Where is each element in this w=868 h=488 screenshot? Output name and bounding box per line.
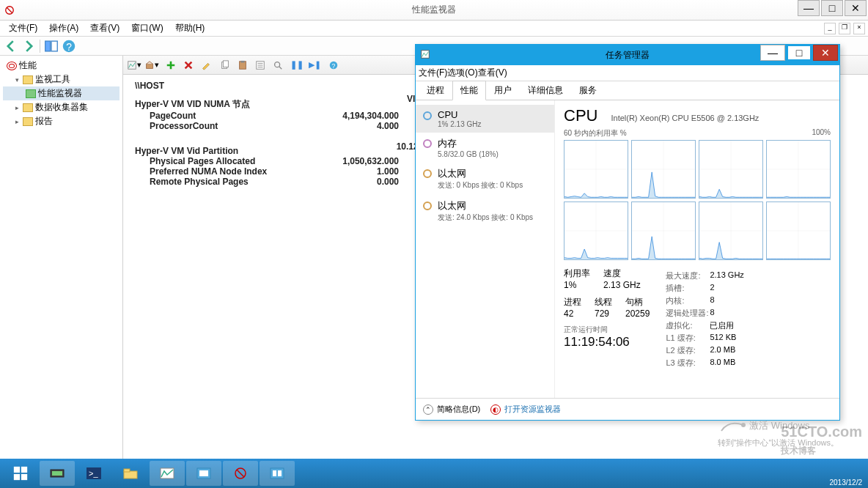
tree-monitor-tools[interactable]: ▾监视工具 <box>3 73 119 86</box>
start-button[interactable] <box>3 461 38 486</box>
minimize-button[interactable]: — <box>798 0 820 16</box>
taskbar-mmc[interactable] <box>260 461 295 486</box>
tree-panel: 性能 ▾监视工具 性能监视器 ▸数据收集器集 ▸报告 <box>0 56 123 459</box>
tm-close-button[interactable]: ✕ <box>813 45 838 61</box>
resmon-icon: ◐ <box>490 404 501 415</box>
counter-dropdown-button[interactable]: ▾ <box>144 57 160 73</box>
update-button[interactable]: ▶❚ <box>306 57 323 73</box>
util-label: 利用率 <box>564 267 590 280</box>
physpages-value: 1,050,632.000 <box>311 156 399 166</box>
proccount-value: 4.000 <box>311 121 399 131</box>
menu-action[interactable]: 操作(A) <box>43 21 84 36</box>
menu-file[interactable]: 文件(F) <box>3 21 43 36</box>
tm-maximize-button[interactable]: □ <box>787 45 812 61</box>
cpu-chart-6[interactable] <box>699 202 763 260</box>
tab-performance[interactable]: 性能 <box>452 81 486 100</box>
taskbar-perfmon[interactable] <box>223 461 258 486</box>
svg-line-60 <box>237 470 244 477</box>
svg-rect-63 <box>278 470 282 476</box>
perf-icon <box>7 62 17 70</box>
zoom-button[interactable] <box>270 57 286 73</box>
cpu-ring-icon <box>423 111 432 120</box>
menu-view[interactable]: 查看(V) <box>84 21 125 36</box>
mdi-minimize-icon[interactable]: _ <box>824 23 836 34</box>
tm-menu-file[interactable]: 文件(F) <box>419 67 447 79</box>
remove-counter-button[interactable] <box>180 57 196 73</box>
tm-bottom-bar: ⌃简略信息(D) ◐打开资源监视器 <box>416 398 839 420</box>
sidebar-item-memory[interactable]: 内存5.8/32.0 GB (18%) <box>416 133 554 163</box>
chart-head-left: 60 秒内的利用率 % <box>564 128 627 138</box>
svg-rect-55 <box>124 469 130 472</box>
cpu-chart-3[interactable] <box>766 140 831 199</box>
group2-label: Hyper-V VM Vid Partition <box>135 146 238 156</box>
tm-menu-view[interactable]: 查看(V) <box>478 67 507 79</box>
tm-title: 任务管理器 <box>606 49 650 62</box>
maximize-button[interactable]: □ <box>821 0 843 16</box>
handles-value: 20259 <box>625 308 650 319</box>
help-button[interactable]: ? <box>326 57 342 73</box>
properties-button[interactable] <box>252 57 268 73</box>
group1-label: Hyper-V VM VID NUMA 节点 <box>135 98 250 111</box>
taskbar-task-manager[interactable] <box>150 461 185 486</box>
paste-button[interactable] <box>235 57 251 73</box>
physpages-label: Physical Pages Allocated <box>135 156 311 166</box>
tm-minimize-button[interactable]: — <box>760 45 785 61</box>
view-chart-button[interactable]: ▾ <box>126 57 142 73</box>
taskbar-hyperv[interactable] <box>186 461 221 486</box>
copy-button[interactable] <box>217 57 233 73</box>
cpu-chart-0[interactable] <box>564 140 628 199</box>
tree-data-collectors[interactable]: ▸数据收集器集 <box>3 100 119 114</box>
tree-perf-monitor[interactable]: 性能监视器 <box>3 86 119 100</box>
mdi-close-icon[interactable]: × <box>853 23 865 34</box>
show-hide-tree-button[interactable] <box>43 38 59 54</box>
tree-root[interactable]: 性能 <box>3 59 119 73</box>
cpu-chart-1[interactable] <box>631 140 696 199</box>
close-button[interactable]: ✕ <box>845 0 867 16</box>
cpu-chart-5[interactable] <box>631 202 696 260</box>
tree-reports[interactable]: ▸报告 <box>3 114 119 128</box>
cpu-chart-2[interactable] <box>699 140 763 199</box>
sidebar-item-ethernet-1[interactable]: 以太网发送: 0 Kbps 接收: 0 Kbps <box>416 163 554 195</box>
main-window-controls: — □ ✕ <box>796 0 867 16</box>
tm-titlebar[interactable]: 任务管理器 — □ ✕ <box>416 45 839 65</box>
uptime-value: 11:19:54:06 <box>564 335 650 350</box>
proc-value: 42 <box>564 308 581 319</box>
numaidx-value: 1.000 <box>311 166 399 177</box>
tab-users[interactable]: 用户 <box>486 81 520 100</box>
menu-help[interactable]: 帮助(H) <box>169 21 211 36</box>
mdi-restore-icon[interactable]: ❐ <box>839 23 850 34</box>
svg-rect-49 <box>21 474 27 480</box>
help-button[interactable]: ? <box>61 38 77 54</box>
taskbar-server-manager[interactable] <box>40 461 75 486</box>
freeze-button[interactable]: ❚❚ <box>289 57 305 73</box>
sidebar-item-ethernet-2[interactable]: 以太网发送: 24.0 Kbps 接收: 0 Kbps <box>416 195 554 227</box>
monitor-icon <box>26 89 36 98</box>
open-resmon-link[interactable]: ◐打开资源监视器 <box>490 404 561 415</box>
speed-label: 速度 <box>603 267 641 280</box>
taskbar-powershell[interactable]: >_ <box>76 461 111 486</box>
tm-menu-options[interactable]: 选项(O) <box>447 67 477 79</box>
tab-details[interactable]: 详细信息 <box>520 81 571 100</box>
svg-rect-61 <box>271 468 284 478</box>
folder-icon <box>23 103 33 112</box>
forward-button[interactable] <box>21 38 37 54</box>
svg-rect-11 <box>240 60 244 62</box>
taskbar-clock[interactable]: 2013/12/2 <box>830 478 863 487</box>
sidebar-item-cpu[interactable]: CPU1% 2.13 GHz <box>416 105 554 133</box>
tab-services[interactable]: 服务 <box>571 81 605 100</box>
tab-processes[interactable]: 进程 <box>419 81 452 100</box>
svg-text:?: ? <box>332 62 336 69</box>
taskbar-explorer[interactable] <box>113 461 148 486</box>
pagecount-value: 4,194,304.000 <box>311 111 399 121</box>
cpu-charts-grid <box>564 140 831 260</box>
menu-window[interactable]: 窗口(W) <box>125 21 169 36</box>
brief-toggle[interactable]: ⌃简略信息(D) <box>423 404 480 415</box>
svg-rect-58 <box>199 470 208 476</box>
speed-value: 2.13 GHz <box>603 280 641 290</box>
back-button[interactable] <box>3 38 19 54</box>
highlight-button[interactable] <box>198 57 214 73</box>
cpu-chart-7[interactable] <box>766 202 831 260</box>
cpu-specs: 最大速度:2.13 GHz 插槽:2 内核:8 逻辑处理器:8 虚拟化:已启用 … <box>666 270 743 370</box>
add-counter-button[interactable] <box>163 57 179 73</box>
cpu-chart-4[interactable] <box>564 202 628 260</box>
